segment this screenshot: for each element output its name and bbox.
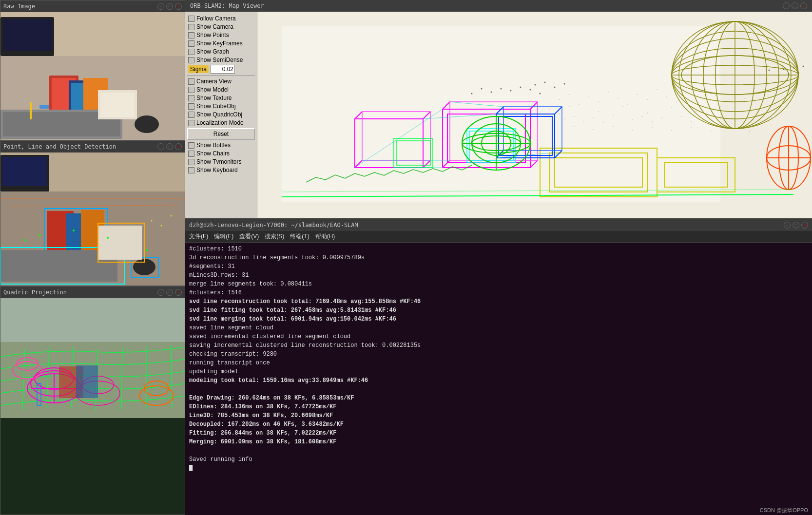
terminal-line-2: 3d reconstruction line segments took: 0.… xyxy=(189,253,808,262)
show-cubeobj-checkbox[interactable] xyxy=(188,103,194,110)
terminal-line-1: #clusters: 1510 xyxy=(189,245,808,253)
map-canvas xyxy=(257,12,812,218)
terminal-maximize[interactable]: □ xyxy=(793,222,799,229)
show-texture-checkbox[interactable] xyxy=(188,95,194,101)
show-model-row: Show Model xyxy=(187,86,255,94)
svg-point-132 xyxy=(510,90,512,92)
map-close[interactable]: × xyxy=(800,2,807,9)
quadric-maximize[interactable]: □ xyxy=(166,289,173,296)
svg-point-126 xyxy=(544,82,546,83)
show-chairs-label: Show Chairs xyxy=(196,150,230,157)
svg-point-104 xyxy=(583,121,584,122)
svg-point-136 xyxy=(471,93,473,95)
camera-view-checkbox[interactable] xyxy=(188,78,194,85)
terminal-window: dzh@dzh-Lenovo-Legion-Y7000: ~/slambook/… xyxy=(185,218,812,515)
quadric-close[interactable]: × xyxy=(175,289,182,296)
quadric-content xyxy=(0,298,185,515)
terminal-menu-search[interactable]: 搜索(S) xyxy=(265,232,284,241)
reset-button[interactable]: Reset xyxy=(187,128,255,140)
svg-point-130 xyxy=(540,93,541,95)
terminal-menu-terminal[interactable]: 终端(T) xyxy=(290,232,309,241)
svg-point-79 xyxy=(627,104,628,105)
map-minimize[interactable]: − xyxy=(783,2,790,9)
map-visualization xyxy=(257,12,812,218)
show-keyboard-row: Show Keyboard xyxy=(187,166,255,174)
show-semidense-checkbox[interactable] xyxy=(188,57,194,63)
terminal-line-8: svd line fitting took total: 267.458ms a… xyxy=(189,306,808,315)
terminal-cursor-line: █ xyxy=(189,464,808,473)
svg-point-76 xyxy=(598,101,599,102)
svg-point-83 xyxy=(666,96,667,97)
svg-point-67 xyxy=(146,352,147,353)
detection-minimize[interactable]: − xyxy=(157,143,164,150)
svg-point-125 xyxy=(535,84,536,86)
raw-image-maximize[interactable]: □ xyxy=(166,3,173,10)
show-camera-checkbox[interactable] xyxy=(188,24,194,30)
quadric-minimize[interactable]: − xyxy=(157,289,164,296)
terminal-line-23: Saved running info xyxy=(189,455,808,464)
show-tvmonitors-checkbox[interactable] xyxy=(188,159,194,165)
sigma-input[interactable] xyxy=(211,65,235,74)
svg-point-127 xyxy=(554,87,556,88)
terminal-line-4: mLines3D.rows: 31 xyxy=(189,271,808,280)
svg-point-69 xyxy=(180,351,181,352)
terminal-line-11: saved incremental clustered line segment… xyxy=(189,332,808,341)
show-graph-checkbox[interactable] xyxy=(188,49,194,55)
show-chairs-checkbox[interactable] xyxy=(188,151,194,157)
show-quadricobj-row: Show QuadricObj xyxy=(187,111,255,118)
svg-point-117 xyxy=(613,126,614,127)
show-quadricobj-checkbox[interactable] xyxy=(188,112,194,118)
svg-point-98 xyxy=(647,113,648,114)
svg-point-115 xyxy=(574,126,575,127)
show-points-label: Show Points xyxy=(196,32,229,38)
show-bottles-row: Show Bottles xyxy=(187,141,255,149)
svg-rect-45 xyxy=(0,298,185,342)
show-tvmonitors-label: Show Tvmonitors xyxy=(196,158,241,165)
svg-point-105 xyxy=(593,117,594,118)
localization-mode-checkbox[interactable] xyxy=(188,120,194,126)
show-model-checkbox[interactable] xyxy=(188,87,194,93)
map-maximize[interactable]: □ xyxy=(792,2,798,9)
terminal-menu-file[interactable]: 文件(F) xyxy=(189,232,208,241)
terminal-line-3: #segments: 31 xyxy=(189,262,808,271)
show-texture-row: Show Texture xyxy=(187,94,255,102)
svg-point-97 xyxy=(622,106,623,107)
show-keyframes-checkbox[interactable] xyxy=(188,40,194,47)
show-quadricobj-label: Show QuadricObj xyxy=(196,111,242,118)
show-points-checkbox[interactable] xyxy=(188,32,194,38)
show-texture-label: Show Texture xyxy=(196,95,232,101)
terminal-close[interactable]: × xyxy=(801,222,808,229)
quadric-titlebar: Quadric Projection − □ × xyxy=(0,286,185,298)
camera-view-row: Camera View xyxy=(187,77,255,85)
svg-point-82 xyxy=(657,89,657,90)
terminal-menu-edit[interactable]: 编辑(E) xyxy=(214,232,233,241)
terminal-minimize[interactable]: − xyxy=(784,222,791,229)
svg-point-42 xyxy=(171,215,172,217)
svg-point-118 xyxy=(632,130,633,131)
show-model-label: Show Model xyxy=(196,86,229,93)
svg-point-119 xyxy=(652,127,653,128)
svg-point-63 xyxy=(63,352,64,353)
svg-point-84 xyxy=(676,101,677,102)
follow-camera-checkbox[interactable] xyxy=(188,16,194,22)
show-keyboard-checkbox[interactable] xyxy=(188,167,194,173)
terminal-menu-help[interactable]: 帮助(H) xyxy=(315,232,335,241)
terminal-window-controls: − □ × xyxy=(784,222,808,229)
show-chairs-row: Show Chairs xyxy=(187,150,255,157)
raw-image-close[interactable]: × xyxy=(175,3,182,10)
svg-point-91 xyxy=(744,98,745,99)
show-bottles-checkbox[interactable] xyxy=(188,142,194,149)
svg-point-135 xyxy=(481,88,483,90)
terminal-line-6: #clusters: 1516 xyxy=(189,288,808,297)
quadric-controls: − □ × xyxy=(157,289,182,296)
terminal-line-17: Edge Drawing: 260.624ms on 38 KFs, 6.858… xyxy=(189,394,808,402)
terminal-line-10: saved line segment cloud xyxy=(189,324,808,332)
detection-maximize[interactable]: □ xyxy=(166,143,173,150)
terminal-menu-view[interactable]: 查看(V) xyxy=(239,232,259,241)
raw-image-svg xyxy=(0,12,185,140)
detection-close[interactable]: × xyxy=(175,143,182,150)
show-tvmonitors-row: Show Tvmonitors xyxy=(187,158,255,166)
svg-point-33 xyxy=(39,234,40,236)
raw-image-minimize[interactable]: − xyxy=(157,3,164,10)
localization-mode-row: Localization Mode xyxy=(187,119,255,127)
